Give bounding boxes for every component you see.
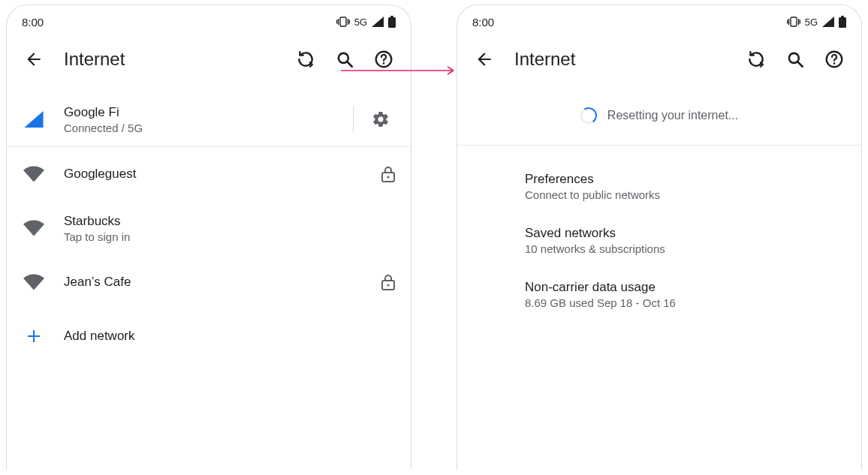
page-title: Internet: [514, 49, 732, 70]
svg-point-10: [383, 62, 385, 65]
svg-line-8: [348, 62, 352, 67]
reset-icon: [296, 50, 315, 69]
status-time: 8:00: [22, 16, 44, 29]
vibrate-icon: [336, 17, 350, 27]
wifi-network-row[interactable]: Jean’s Cafe: [7, 255, 411, 309]
wifi-network-row[interactable]: Googleguest: [7, 147, 411, 201]
data-usage-row[interactable]: Non-carrier data usage 8.69 GB used Sep …: [457, 267, 861, 321]
search-icon: [335, 50, 354, 69]
divider: [353, 106, 354, 133]
status-network-label: 5G: [354, 17, 367, 28]
battery-icon: [388, 16, 396, 28]
wifi-icon: [22, 166, 46, 182]
back-button[interactable]: [19, 44, 49, 74]
wifi-ssid: Googleguest: [64, 167, 363, 182]
row-title: Preferences: [525, 172, 846, 187]
wifi-network-row[interactable]: Starbucks Tap to sign in: [7, 201, 411, 255]
battery-icon: [839, 16, 846, 28]
add-network-label: Add network: [64, 329, 396, 344]
wifi-icon: [22, 274, 46, 290]
svg-line-23: [798, 62, 803, 67]
search-button[interactable]: [330, 44, 360, 74]
page-title: Internet: [64, 49, 282, 70]
row-subtitle: 8.69 GB used Sep 18 - Oct 16: [525, 296, 846, 309]
search-icon: [785, 50, 805, 69]
status-icons: 5G: [336, 16, 396, 28]
carrier-name: Google Fi: [64, 105, 335, 120]
add-network-row[interactable]: Add network: [7, 309, 411, 363]
resetting-label: Resetting your internet...: [607, 109, 738, 122]
svg-rect-20: [839, 17, 846, 28]
preferences-row[interactable]: Preferences Connect to public networks: [457, 159, 861, 213]
row-subtitle: 10 networks & subscriptions: [525, 242, 846, 255]
status-bar: 8:00 5G: [457, 5, 861, 32]
row-title: Non-carrier data usage: [525, 280, 846, 295]
status-time: 8:00: [472, 16, 494, 29]
arrow-back-icon: [24, 50, 44, 69]
vibrate-icon: [787, 17, 800, 27]
wifi-status: Tap to sign in: [64, 230, 378, 243]
help-icon: [374, 50, 393, 69]
svg-rect-5: [388, 17, 396, 28]
row-subtitle: Connect to public networks: [525, 188, 846, 201]
reset-button[interactable]: [741, 44, 771, 74]
status-icons: 5G: [787, 16, 846, 28]
saved-networks-row[interactable]: Saved networks 10 networks & subscriptio…: [457, 213, 861, 267]
help-icon: [824, 50, 844, 69]
lock-icon: [381, 273, 396, 291]
reset-button[interactable]: [291, 44, 321, 74]
gear-icon: [372, 110, 390, 128]
resetting-banner: Resetting your internet...: [457, 92, 861, 145]
cell-signal-icon: [822, 17, 834, 27]
carrier-settings-button[interactable]: [366, 104, 396, 134]
svg-rect-15: [791, 17, 797, 26]
cell-signal-icon: [372, 17, 384, 27]
svg-point-25: [833, 62, 836, 65]
wifi-icon: [22, 220, 46, 236]
wifi-ssid: Jean’s Cafe: [64, 275, 363, 290]
search-button[interactable]: [780, 44, 810, 74]
help-button[interactable]: [819, 44, 849, 74]
svg-rect-21: [841, 16, 844, 17]
svg-rect-6: [390, 16, 393, 17]
help-button[interactable]: [369, 44, 399, 74]
plus-icon: [22, 327, 46, 345]
svg-rect-0: [340, 17, 346, 26]
back-button[interactable]: [469, 44, 499, 74]
carrier-row[interactable]: Google Fi Connected / 5G: [7, 92, 411, 146]
status-network-label: 5G: [805, 17, 818, 28]
carrier-status: Connected / 5G: [64, 122, 335, 134]
status-bar: 8:00 5G: [7, 5, 411, 32]
cell-signal-icon: [22, 111, 46, 128]
svg-point-12: [387, 176, 389, 178]
arrow-back-icon: [475, 50, 494, 69]
row-title: Saved networks: [525, 226, 846, 241]
phone-screen-before: 8:00 5G Internet: [6, 5, 411, 470]
reset-icon: [746, 50, 766, 69]
app-bar: Internet: [457, 32, 861, 92]
lock-icon: [381, 165, 396, 183]
wifi-ssid: Starbucks: [64, 214, 378, 229]
phone-screen-after: 8:00 5G Internet R: [457, 5, 862, 470]
svg-point-14: [387, 284, 389, 286]
app-bar: Internet: [7, 32, 411, 92]
spinner-icon: [579, 106, 598, 125]
